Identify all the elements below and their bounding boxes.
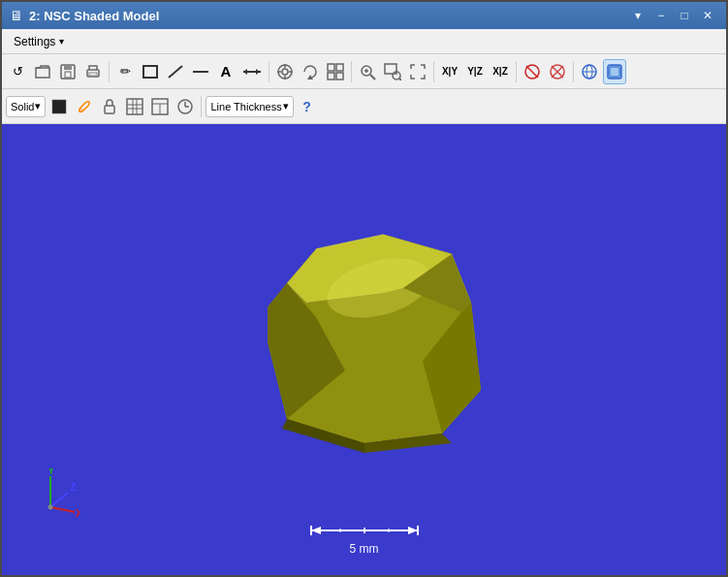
cross-sym-button[interactable] [546,59,569,84]
rectangle-button[interactable] [139,59,162,84]
open-button[interactable] [31,59,54,84]
grid-view-button[interactable] [324,59,347,84]
svg-line-31 [526,66,538,78]
scale-line [306,521,423,540]
svg-point-41 [79,109,82,112]
svg-text:Y: Y [47,468,55,476]
view-xy-button[interactable]: X|Y [438,59,461,84]
minimize-button2[interactable]: − [650,7,672,24]
rotate-button[interactable] [299,59,322,84]
line-thickness-dropdown[interactable]: Line Thickness ▾ [206,96,293,117]
no-sym-button[interactable] [521,59,544,84]
settings-chevron: ▾ [59,36,64,47]
scale-label: 5 mm [350,542,379,556]
svg-point-13 [282,69,288,75]
solid-dropdown[interactable]: Solid ▾ [6,96,46,117]
pencil-button[interactable]: ✏ [113,59,137,84]
sep7 [201,96,202,117]
view-yz-button[interactable]: Y|Z [463,59,487,84]
clock-button[interactable] [174,94,197,119]
svg-text:Z: Z [70,481,77,493]
svg-line-29 [399,79,401,80]
lock-button[interactable] [98,94,121,119]
minimize-button[interactable]: ▾ [627,7,649,24]
svg-marker-11 [256,69,260,75]
maximize-button[interactable]: □ [674,7,695,24]
grid-toggle-button[interactable] [123,94,146,119]
svg-line-26 [370,75,375,80]
title-bar-controls: ▾ − □ ✕ [627,7,718,24]
print-button[interactable] [81,59,105,84]
viewport[interactable]: Z X Y [2,124,726,575]
3d-model [190,147,539,516]
toolbar-main: ↺ ✏ A [2,54,726,89]
axis-indicator: Z X Y [21,468,79,527]
window-icon: 🖥 [10,8,23,23]
toolbar-secondary: Solid ▾ Line Thickness ▾ ? [2,89,726,124]
help-button[interactable]: ? [296,94,319,119]
svg-marker-10 [243,69,247,75]
close-button[interactable]: ✕ [697,7,718,24]
diagonal-line-button[interactable] [164,59,187,84]
main-window: 🖥 2: NSC Shaded Model ▾ − □ ✕ Settings ▾… [0,0,728,577]
svg-rect-5 [89,73,97,76]
menu-bar: Settings ▾ [2,29,726,54]
svg-rect-21 [328,73,334,80]
shaded-view-button[interactable] [603,59,626,84]
scale-bar: 5 mm [306,521,423,556]
window-title: 2: NSC Shaded Model [29,9,159,23]
svg-rect-6 [143,66,157,78]
text-button[interactable]: A [214,59,237,84]
svg-point-75 [48,505,53,510]
table-button[interactable] [148,94,172,119]
svg-line-69 [50,493,68,507]
sep2 [269,61,269,82]
zoom-fit-button[interactable] [406,59,429,84]
save-button[interactable] [56,59,79,84]
sep3 [351,61,352,82]
svg-marker-80 [408,527,418,534]
settings-label: Settings [14,35,55,48]
svg-rect-43 [127,99,142,114]
svg-rect-3 [65,72,71,78]
hline-button[interactable] [189,59,212,84]
solid-arrow: ▾ [35,100,41,112]
refresh-button[interactable]: ↺ [6,59,29,84]
zoom-in-button[interactable] [356,59,379,84]
svg-text:X: X [76,507,79,519]
view-xz-button[interactable]: X|Z [489,59,512,84]
svg-line-71 [50,507,75,512]
title-bar: 🖥 2: NSC Shaded Model ▾ − □ ✕ [2,2,726,29]
svg-rect-19 [328,64,334,71]
arrows-button[interactable] [239,59,265,84]
svg-rect-2 [64,65,72,70]
svg-rect-22 [336,73,343,80]
svg-rect-42 [105,106,114,113]
line-thickness-label: Line Thickness [210,101,281,112]
svg-marker-79 [311,527,321,534]
settings-menu[interactable]: Settings ▾ [6,33,72,50]
wrench-button[interactable] [73,94,96,119]
svg-rect-0 [36,68,49,78]
sep4 [433,61,434,82]
globe-button[interactable] [578,59,601,84]
svg-rect-20 [336,64,343,71]
sep1 [109,61,110,82]
svg-rect-39 [610,67,619,77]
sep6 [573,61,574,82]
sep5 [516,61,517,82]
target-button[interactable] [273,59,297,84]
color-button[interactable] [47,94,71,119]
zoom-window-button[interactable] [381,59,404,84]
svg-rect-40 [52,100,66,113]
svg-line-7 [169,66,182,78]
solid-label: Solid [11,101,34,112]
title-bar-left: 🖥 2: NSC Shaded Model [10,8,159,23]
line-thickness-arrow: ▾ [283,100,289,112]
